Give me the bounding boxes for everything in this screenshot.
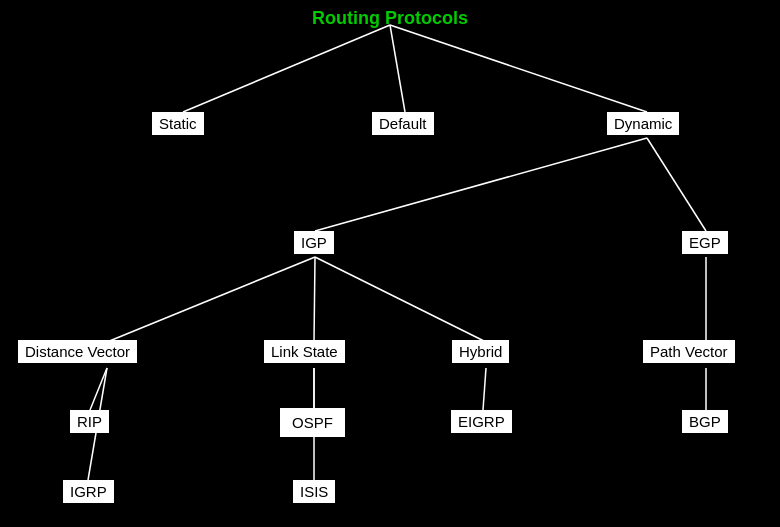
- svg-line-6: [314, 257, 315, 342]
- svg-line-0: [183, 25, 390, 112]
- ospf-node: OSPF: [280, 408, 345, 437]
- hybrid-node: Hybrid: [452, 340, 509, 363]
- svg-line-2: [390, 25, 647, 112]
- rip-node: RIP: [70, 410, 109, 433]
- bgp-node: BGP: [682, 410, 728, 433]
- eigrp-node: EIGRP: [451, 410, 512, 433]
- dynamic-node: Dynamic: [607, 112, 679, 135]
- igp-node: IGP: [294, 231, 334, 254]
- svg-line-3: [315, 138, 647, 231]
- page-title: Routing Protocols: [0, 8, 780, 29]
- path-vector-node: Path Vector: [643, 340, 735, 363]
- svg-line-13: [483, 368, 486, 410]
- egp-node: EGP: [682, 231, 728, 254]
- default-node: Default: [372, 112, 434, 135]
- link-state-node: Link State: [264, 340, 345, 363]
- svg-line-5: [107, 257, 315, 342]
- svg-line-9: [90, 368, 107, 410]
- static-node: Static: [152, 112, 204, 135]
- igrp-node: IGRP: [63, 480, 114, 503]
- svg-line-7: [315, 257, 486, 342]
- isis-node: ISIS: [293, 480, 335, 503]
- distance-vector-node: Distance Vector: [18, 340, 137, 363]
- svg-line-1: [390, 25, 405, 112]
- svg-line-4: [647, 138, 706, 231]
- connector-lines: [0, 0, 780, 527]
